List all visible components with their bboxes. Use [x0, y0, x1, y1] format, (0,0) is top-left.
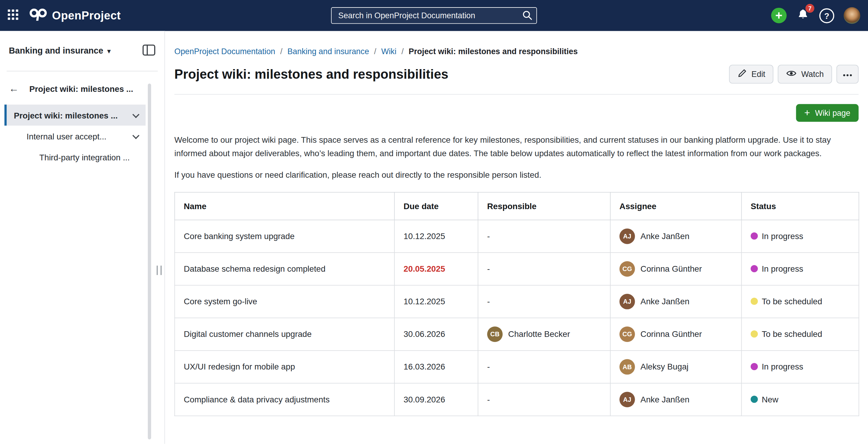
due-date-overdue: 20.05.2025	[403, 264, 445, 273]
watch-button[interactable]: Watch	[778, 65, 832, 84]
avatar: CG	[620, 261, 635, 277]
edit-button[interactable]: Edit	[730, 65, 774, 84]
status-label: New	[762, 394, 778, 404]
status-label: In progress	[762, 264, 803, 273]
table-row[interactable]: Database schema redesign completed20.05.…	[175, 252, 859, 285]
cell-responsible: -	[478, 252, 610, 285]
due-date: 30.06.2026	[403, 329, 445, 338]
user-avatar[interactable]	[844, 7, 860, 24]
add-wiki-page-button[interactable]: + Wiki page	[796, 104, 859, 122]
table-row[interactable]: Core banking system upgrade10.12.2025-AJ…	[175, 220, 859, 252]
avatar: AB	[620, 359, 635, 374]
watch-button-label: Watch	[801, 70, 824, 79]
breadcrumb-separator: /	[280, 47, 282, 56]
cell-name: Compliance & data privacy adjustments	[175, 383, 395, 416]
cell-name: Database schema redesign completed	[175, 252, 395, 285]
status-label: In progress	[762, 231, 803, 241]
person-name: Anke Janßen	[641, 394, 689, 404]
notification-badge: 7	[805, 4, 814, 12]
apps-grid-icon	[8, 9, 18, 22]
openproject-logo-icon	[29, 7, 47, 24]
due-date: 10.12.2025	[403, 231, 445, 241]
pencil-icon	[738, 68, 747, 80]
column-header: Responsible	[478, 192, 610, 220]
breadcrumb-link[interactable]: OpenProject Documentation	[175, 47, 275, 56]
sidebar-wiki-item[interactable]: Third-party integration ...	[4, 147, 146, 167]
person-name: Corinna Günther	[641, 264, 702, 273]
person: CGCorinna Günther	[620, 261, 733, 277]
sidebar-wiki-item[interactable]: Internal user accept...	[4, 126, 146, 147]
sidebar-wiki-item-label: Project wiki: milestones ...	[14, 110, 118, 120]
sidebar-wiki-item-label: Third-party integration ...	[39, 153, 130, 162]
status: To be scheduled	[751, 296, 850, 306]
breadcrumb-link[interactable]: Wiki	[381, 47, 397, 56]
project-selector[interactable]: Banking and insurance ▾	[9, 46, 111, 56]
status-dot-icon	[751, 232, 758, 240]
openproject-app: OpenProject +	[0, 0, 868, 444]
table-row[interactable]: Compliance & data privacy adjustments30.…	[175, 383, 859, 416]
main-content: OpenProject Documentation / Banking and …	[165, 31, 868, 444]
help-button[interactable]: ?	[819, 8, 834, 23]
chevron-down-icon[interactable]	[132, 111, 140, 118]
search-icon[interactable]	[522, 10, 532, 23]
wiki-back-button[interactable]: ← Project wiki: milestones ...	[0, 75, 164, 102]
person-name: Corinna Günther	[641, 329, 702, 338]
column-header: Due date	[395, 192, 478, 220]
table-row[interactable]: UX/UI redesign for mobile app16.03.2026-…	[175, 350, 859, 383]
notifications-button[interactable]: 7	[796, 7, 810, 24]
status: In progress	[751, 362, 850, 371]
status-dot-icon	[751, 298, 758, 305]
sidebar-wiki-item-label: Internal user accept...	[27, 131, 106, 140]
avatar: CG	[620, 326, 635, 342]
plus-icon: +	[804, 108, 810, 118]
avatar: AJ	[620, 293, 635, 309]
table-row[interactable]: Digital customer channels upgrade30.06.2…	[175, 318, 859, 350]
status: In progress	[751, 231, 850, 241]
more-actions-button[interactable]	[837, 65, 859, 84]
status: New	[751, 394, 850, 404]
person: AJAnke Janßen	[620, 228, 733, 244]
back-arrow-icon: ←	[9, 83, 19, 95]
avatar: AJ	[620, 392, 635, 407]
wiki-tree: Project wiki: milestones ...Internal use…	[0, 105, 164, 168]
more-horizontal-icon	[842, 70, 852, 79]
cell-responsible: -	[478, 383, 610, 416]
person-name: Anke Janßen	[641, 231, 689, 241]
cell-assignee: ABAleksy Bugaj	[610, 350, 741, 383]
person-name: Anke Janßen	[641, 296, 689, 306]
cell-due-date: 30.06.2026	[395, 318, 478, 350]
global-create-button[interactable]: +	[771, 8, 786, 23]
status-dot-icon	[751, 395, 758, 403]
breadcrumb-link[interactable]: Banking and insurance	[287, 47, 369, 56]
add-wiki-page-label: Wiki page	[815, 108, 850, 118]
column-header: Assignee	[610, 192, 741, 220]
intro-paragraph: Welcome to our project wiki page. This s…	[175, 133, 859, 159]
sidebar-scrollbar[interactable]	[148, 84, 151, 439]
apps-grid-button[interactable]	[8, 9, 18, 22]
due-date: 16.03.2026	[403, 362, 445, 371]
collapse-sidebar-button[interactable]	[142, 44, 155, 58]
due-date: 30.09.2026	[403, 394, 445, 404]
sidebar-resize-handle[interactable]	[157, 266, 162, 275]
openproject-logo[interactable]: OpenProject	[29, 7, 121, 24]
table-row[interactable]: Core system go-live10.12.2025-AJAnke Jan…	[175, 285, 859, 317]
breadcrumb: OpenProject Documentation / Banking and …	[175, 47, 859, 56]
caret-down-icon: ▾	[107, 47, 111, 55]
cell-due-date: 10.12.2025	[395, 285, 478, 317]
cell-assignee: CGCorinna Günther	[610, 252, 741, 285]
cell-name: Digital customer channels upgrade	[175, 318, 395, 350]
cell-assignee: CGCorinna Günther	[610, 318, 741, 350]
cell-responsible: -	[478, 220, 610, 252]
cell-name: Core system go-live	[175, 285, 395, 317]
person-name: Aleksy Bugaj	[641, 362, 688, 371]
milestones-table: NameDue dateResponsibleAssigneeStatus Co…	[175, 192, 859, 416]
sidebar-wiki-item[interactable]: Project wiki: milestones ...	[4, 105, 146, 126]
search-input[interactable]	[331, 7, 537, 24]
sidebar-divider	[7, 71, 158, 71]
breadcrumb-separator: /	[401, 47, 403, 56]
chevron-down-icon[interactable]	[132, 132, 140, 139]
cell-responsible: CBCharlotte Becker	[478, 318, 610, 350]
logo-text: OpenProject	[52, 9, 121, 22]
contact-paragraph: If you have questions or need clarificat…	[175, 168, 859, 181]
cell-status: In progress	[741, 350, 859, 383]
